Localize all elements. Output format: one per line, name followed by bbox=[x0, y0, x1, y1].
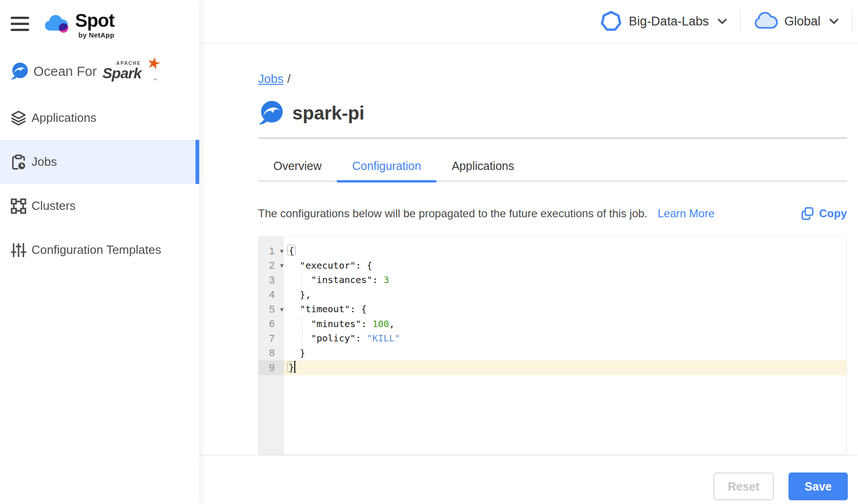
fold-arrow-icon[interactable]: ▾ bbox=[280, 305, 284, 314]
scope-switcher[interactable]: Global bbox=[753, 12, 840, 31]
gutter-cell: 6 bbox=[259, 317, 284, 332]
chevron-down-icon bbox=[716, 15, 728, 27]
hamburger-menu-icon[interactable] bbox=[11, 17, 29, 31]
line-number: 4 bbox=[269, 289, 275, 301]
line-number: 5 bbox=[269, 303, 275, 315]
gutter-cell: 8 bbox=[259, 346, 284, 361]
line-number: 6 bbox=[269, 318, 275, 330]
code-text: "policy": "KILL" bbox=[284, 331, 846, 346]
ocean-wave-icon bbox=[10, 62, 29, 81]
breadcrumb-separator: / bbox=[287, 72, 290, 86]
learn-more-link[interactable]: Learn More bbox=[658, 207, 715, 220]
line-number: 2 bbox=[269, 259, 275, 271]
cloud-scope-icon bbox=[753, 12, 778, 31]
job-type-icon bbox=[258, 100, 284, 126]
code-line[interactable]: 4 }, bbox=[259, 288, 846, 302]
gutter-cell: 5▾ bbox=[259, 302, 284, 317]
spark-trademark: ™ bbox=[153, 78, 157, 82]
indent-guide bbox=[302, 273, 303, 288]
description-text: The configurations below will be propaga… bbox=[258, 207, 648, 220]
title-divider bbox=[258, 138, 847, 139]
copy-button-label: Copy bbox=[819, 207, 847, 220]
line-number: 3 bbox=[269, 274, 275, 286]
apache-spark-logo: APACHE Spark ★ ™ bbox=[102, 59, 153, 83]
tab-applications[interactable]: Applications bbox=[436, 156, 530, 183]
cluster-icon bbox=[10, 198, 27, 214]
spot-logo: Spot by NetApp bbox=[43, 10, 114, 39]
code-text: }, bbox=[284, 288, 846, 302]
code-line[interactable]: 3 "instances": 3 bbox=[259, 273, 846, 288]
sidebar: Spot by NetApp Ocean For APACHE Spark ★ … bbox=[0, 0, 199, 504]
sidebar-item-jobs[interactable]: Jobs bbox=[0, 140, 199, 184]
breadcrumb: Jobs/ bbox=[258, 72, 290, 86]
code-text: } bbox=[284, 360, 846, 375]
sidebar-item-clusters[interactable]: Clusters bbox=[0, 184, 199, 228]
active-item-indicator bbox=[196, 140, 199, 184]
spot-cloud-icon bbox=[43, 13, 71, 35]
sidebar-item-applications[interactable]: Applications bbox=[0, 96, 199, 140]
copy-button[interactable]: Copy bbox=[801, 207, 847, 220]
main-area: Big-Data-Labs Global Jobs/ spark-pi bbox=[199, 0, 858, 504]
heptagon-org-icon bbox=[600, 10, 622, 32]
topbar: Big-Data-Labs Global bbox=[199, 0, 858, 43]
save-button[interactable]: Save bbox=[789, 472, 848, 500]
fold-arrow-icon[interactable]: ▾ bbox=[280, 247, 284, 255]
indent-guide bbox=[302, 331, 303, 346]
description-row: The configurations below will be propaga… bbox=[258, 207, 847, 220]
gutter-cell: 9 bbox=[259, 360, 284, 375]
chevron-down-icon bbox=[828, 15, 840, 27]
product-name-label: Ocean For bbox=[33, 64, 97, 79]
code-text: "timeout": { bbox=[284, 302, 846, 317]
sidebar-item-label: Jobs bbox=[32, 155, 57, 169]
code-text: "minutes": 100, bbox=[284, 317, 846, 332]
code-line[interactable]: 2▾ "executor": { bbox=[259, 258, 846, 273]
line-number: 1 bbox=[269, 245, 275, 257]
ocean-spark-app: Spot by NetApp Ocean For APACHE Spark ★ … bbox=[0, 0, 858, 504]
editor-rows: 1▾{2▾ "executor": {3 "instances": 34 },5… bbox=[259, 237, 846, 375]
gutter-cell: 3 bbox=[259, 273, 284, 288]
tab-configuration[interactable]: Configuration bbox=[337, 156, 436, 183]
code-text: "instances": 3 bbox=[284, 273, 846, 288]
code-line[interactable]: 6 "minutes": 100, bbox=[259, 317, 846, 332]
copy-icon bbox=[801, 207, 814, 220]
clipboard-clock-icon bbox=[10, 154, 27, 170]
line-number: 9 bbox=[269, 362, 275, 374]
org-switcher[interactable]: Big-Data-Labs bbox=[600, 10, 728, 32]
tab-overview[interactable]: Overview bbox=[258, 156, 337, 183]
code-line[interactable]: 7 "policy": "KILL" bbox=[259, 331, 846, 346]
breadcrumb-jobs-link[interactable]: Jobs bbox=[258, 72, 284, 86]
org-name: Big-Data-Labs bbox=[629, 14, 709, 29]
gutter-cell: 2▾ bbox=[259, 258, 284, 273]
page-title: spark-pi bbox=[292, 103, 365, 124]
code-editor[interactable]: 1▾{2▾ "executor": {3 "instances": 34 },5… bbox=[258, 236, 847, 455]
code-line[interactable]: 1▾{ bbox=[259, 244, 846, 258]
spark-star-icon: ★ bbox=[145, 52, 163, 73]
fold-arrow-icon[interactable]: ▾ bbox=[280, 261, 284, 270]
topbar-divider bbox=[852, 10, 852, 33]
sidebar-item-label: Configuration Templates bbox=[32, 243, 161, 257]
layers-icon bbox=[10, 110, 27, 126]
title-row: spark-pi bbox=[258, 98, 365, 128]
scope-name: Global bbox=[784, 14, 820, 29]
sliders-icon bbox=[10, 242, 27, 258]
spark-wordmark: Spark bbox=[102, 65, 141, 82]
brand-byline: by NetApp bbox=[75, 31, 114, 39]
code-text: "executor": { bbox=[284, 258, 846, 273]
sidebar-item-label: Clusters bbox=[32, 199, 76, 213]
reset-button[interactable]: Reset bbox=[713, 472, 774, 500]
code-line[interactable]: 5▾ "timeout": { bbox=[259, 302, 846, 317]
sidebar-item-configuration-templates[interactable]: Configuration Templates bbox=[0, 228, 199, 272]
code-text: { bbox=[284, 244, 846, 258]
gutter-cell: 4 bbox=[259, 288, 284, 302]
gutter-cell: 7 bbox=[259, 331, 284, 346]
code-line[interactable]: 8 } bbox=[259, 346, 846, 361]
code-text: } bbox=[284, 346, 846, 361]
line-number: 7 bbox=[269, 333, 275, 345]
brand-name: Spot bbox=[75, 10, 114, 31]
active-code-line[interactable]: 9} bbox=[259, 360, 846, 375]
gutter-cell: 1▾ bbox=[259, 244, 284, 258]
tab-bar: OverviewConfigurationApplications bbox=[258, 156, 847, 182]
sidebar-item-label: Applications bbox=[32, 111, 96, 125]
sidebar-menu: ApplicationsJobsClustersConfiguration Te… bbox=[0, 96, 199, 272]
indent-guide bbox=[302, 317, 303, 332]
